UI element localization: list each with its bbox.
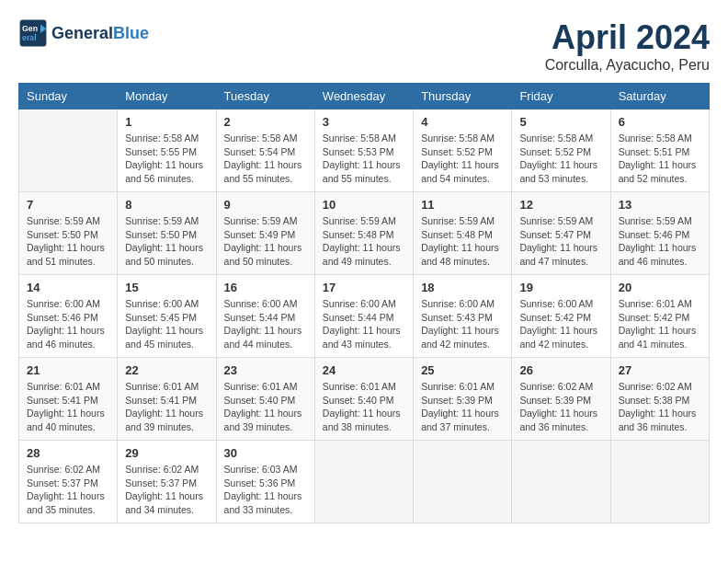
day-cell: 23Sunrise: 6:01 AMSunset: 5:40 PMDayligh… bbox=[216, 358, 314, 441]
day-info: Sunrise: 6:02 AMSunset: 5:37 PMDaylight:… bbox=[27, 463, 109, 517]
day-number: 15 bbox=[125, 281, 208, 294]
day-info: Sunrise: 5:58 AMSunset: 5:55 PMDaylight:… bbox=[125, 132, 208, 186]
day-cell: 6Sunrise: 5:58 AMSunset: 5:51 PMDaylight… bbox=[610, 109, 709, 192]
day-number: 6 bbox=[619, 115, 701, 129]
day-number: 16 bbox=[224, 281, 307, 294]
week-row-2: 7Sunrise: 5:59 AMSunset: 5:50 PMDaylight… bbox=[19, 192, 710, 275]
day-cell: 5Sunrise: 5:58 AMSunset: 5:52 PMDaylight… bbox=[512, 109, 610, 192]
day-cell: 25Sunrise: 6:01 AMSunset: 5:39 PMDayligh… bbox=[414, 358, 512, 441]
location: Corculla, Ayacucho, Peru bbox=[545, 57, 710, 74]
day-info: Sunrise: 5:58 AMSunset: 5:53 PMDaylight:… bbox=[323, 132, 405, 186]
day-cell: 17Sunrise: 6:00 AMSunset: 5:44 PMDayligh… bbox=[314, 275, 413, 358]
day-cell: 10Sunrise: 5:59 AMSunset: 5:48 PMDayligh… bbox=[314, 192, 413, 275]
svg-text:eral: eral bbox=[22, 33, 37, 42]
title-block: April 2024 Corculla, Ayacucho, Peru bbox=[545, 18, 710, 74]
day-cell bbox=[414, 441, 512, 523]
day-cell: 18Sunrise: 6:00 AMSunset: 5:43 PMDayligh… bbox=[414, 275, 512, 358]
day-info: Sunrise: 5:58 AMSunset: 5:51 PMDaylight:… bbox=[619, 132, 701, 186]
day-number: 2 bbox=[224, 115, 307, 129]
day-info: Sunrise: 6:01 AMSunset: 5:41 PMDaylight:… bbox=[27, 380, 109, 434]
day-cell: 28Sunrise: 6:02 AMSunset: 5:37 PMDayligh… bbox=[19, 441, 118, 523]
day-info: Sunrise: 6:00 AMSunset: 5:45 PMDaylight:… bbox=[125, 297, 208, 351]
day-number: 8 bbox=[125, 198, 208, 212]
day-info: Sunrise: 6:03 AMSunset: 5:36 PMDaylight:… bbox=[224, 463, 307, 517]
logo-name: GeneralBlue bbox=[51, 24, 149, 43]
day-cell bbox=[314, 441, 413, 523]
col-header-tuesday: Tuesday bbox=[216, 84, 314, 109]
day-number: 11 bbox=[421, 198, 504, 212]
day-cell: 1Sunrise: 5:58 AMSunset: 5:55 PMDaylight… bbox=[118, 109, 216, 192]
day-cell: 14Sunrise: 6:00 AMSunset: 5:46 PMDayligh… bbox=[19, 275, 118, 358]
col-header-sunday: Sunday bbox=[19, 84, 118, 109]
day-info: Sunrise: 6:01 AMSunset: 5:42 PMDaylight:… bbox=[619, 297, 701, 351]
day-cell: 3Sunrise: 5:58 AMSunset: 5:53 PMDaylight… bbox=[314, 109, 413, 192]
day-number: 19 bbox=[519, 281, 602, 294]
day-number: 5 bbox=[519, 115, 602, 129]
day-number: 23 bbox=[224, 363, 307, 377]
day-number: 12 bbox=[519, 198, 602, 212]
day-info: Sunrise: 5:58 AMSunset: 5:52 PMDaylight:… bbox=[519, 132, 602, 186]
calendar-table: SundayMondayTuesdayWednesdayThursdayFrid… bbox=[18, 83, 710, 523]
day-cell: 15Sunrise: 6:00 AMSunset: 5:45 PMDayligh… bbox=[118, 275, 216, 358]
day-number: 3 bbox=[323, 115, 405, 129]
page-header: Gen eral GeneralBlue April 2024 Corculla… bbox=[18, 18, 710, 74]
day-number: 14 bbox=[27, 281, 109, 294]
day-number: 26 bbox=[519, 363, 602, 377]
day-cell bbox=[610, 441, 709, 523]
day-cell: 30Sunrise: 6:03 AMSunset: 5:36 PMDayligh… bbox=[216, 441, 314, 523]
day-number: 17 bbox=[323, 281, 405, 294]
day-number: 20 bbox=[619, 281, 701, 294]
col-header-friday: Friday bbox=[512, 84, 610, 109]
day-cell: 26Sunrise: 6:02 AMSunset: 5:39 PMDayligh… bbox=[512, 358, 610, 441]
day-info: Sunrise: 5:59 AMSunset: 5:50 PMDaylight:… bbox=[27, 214, 109, 269]
day-number: 4 bbox=[421, 115, 504, 129]
month-title: April 2024 bbox=[545, 18, 710, 57]
day-number: 10 bbox=[323, 198, 405, 212]
day-number: 28 bbox=[27, 446, 109, 460]
day-cell: 27Sunrise: 6:02 AMSunset: 5:38 PMDayligh… bbox=[610, 358, 709, 441]
day-info: Sunrise: 6:02 AMSunset: 5:37 PMDaylight:… bbox=[125, 463, 208, 517]
logo: Gen eral GeneralBlue bbox=[18, 18, 149, 48]
day-info: Sunrise: 6:00 AMSunset: 5:44 PMDaylight:… bbox=[224, 297, 307, 351]
day-info: Sunrise: 6:01 AMSunset: 5:40 PMDaylight:… bbox=[323, 380, 405, 434]
day-cell: 9Sunrise: 5:59 AMSunset: 5:49 PMDaylight… bbox=[216, 192, 314, 275]
day-info: Sunrise: 6:00 AMSunset: 5:42 PMDaylight:… bbox=[519, 297, 602, 351]
day-number: 25 bbox=[421, 363, 504, 377]
day-number: 27 bbox=[619, 363, 701, 377]
day-cell: 19Sunrise: 6:00 AMSunset: 5:42 PMDayligh… bbox=[512, 275, 610, 358]
day-info: Sunrise: 5:59 AMSunset: 5:46 PMDaylight:… bbox=[619, 214, 701, 269]
day-number: 13 bbox=[619, 198, 701, 212]
day-info: Sunrise: 6:01 AMSunset: 5:41 PMDaylight:… bbox=[125, 380, 208, 434]
day-number: 7 bbox=[27, 198, 109, 212]
day-cell: 16Sunrise: 6:00 AMSunset: 5:44 PMDayligh… bbox=[216, 275, 314, 358]
day-info: Sunrise: 5:58 AMSunset: 5:54 PMDaylight:… bbox=[224, 132, 307, 186]
day-cell: 29Sunrise: 6:02 AMSunset: 5:37 PMDayligh… bbox=[118, 441, 216, 523]
col-header-monday: Monday bbox=[118, 84, 216, 109]
day-info: Sunrise: 6:00 AMSunset: 5:46 PMDaylight:… bbox=[27, 297, 109, 351]
day-number: 24 bbox=[323, 363, 405, 377]
day-cell: 20Sunrise: 6:01 AMSunset: 5:42 PMDayligh… bbox=[610, 275, 709, 358]
day-info: Sunrise: 5:58 AMSunset: 5:52 PMDaylight:… bbox=[421, 132, 504, 186]
col-header-thursday: Thursday bbox=[414, 84, 512, 109]
day-number: 9 bbox=[224, 198, 307, 212]
week-row-3: 14Sunrise: 6:00 AMSunset: 5:46 PMDayligh… bbox=[19, 275, 710, 358]
header-row: SundayMondayTuesdayWednesdayThursdayFrid… bbox=[19, 84, 710, 109]
logo-icon: Gen eral bbox=[18, 18, 48, 48]
week-row-1: 1Sunrise: 5:58 AMSunset: 5:55 PMDaylight… bbox=[19, 109, 710, 192]
col-header-wednesday: Wednesday bbox=[314, 84, 413, 109]
day-cell: 21Sunrise: 6:01 AMSunset: 5:41 PMDayligh… bbox=[19, 358, 118, 441]
day-number: 22 bbox=[125, 363, 208, 377]
day-info: Sunrise: 5:59 AMSunset: 5:48 PMDaylight:… bbox=[323, 214, 405, 269]
day-number: 1 bbox=[125, 115, 208, 129]
day-cell: 12Sunrise: 5:59 AMSunset: 5:47 PMDayligh… bbox=[512, 192, 610, 275]
day-info: Sunrise: 6:01 AMSunset: 5:40 PMDaylight:… bbox=[224, 380, 307, 434]
day-cell bbox=[19, 109, 118, 192]
day-info: Sunrise: 5:59 AMSunset: 5:47 PMDaylight:… bbox=[519, 214, 602, 269]
week-row-4: 21Sunrise: 6:01 AMSunset: 5:41 PMDayligh… bbox=[19, 358, 710, 441]
day-info: Sunrise: 6:00 AMSunset: 5:43 PMDaylight:… bbox=[421, 297, 504, 351]
day-number: 18 bbox=[421, 281, 504, 294]
day-info: Sunrise: 5:59 AMSunset: 5:50 PMDaylight:… bbox=[125, 214, 208, 269]
day-cell: 22Sunrise: 6:01 AMSunset: 5:41 PMDayligh… bbox=[118, 358, 216, 441]
day-info: Sunrise: 5:59 AMSunset: 5:48 PMDaylight:… bbox=[421, 214, 504, 269]
day-cell: 7Sunrise: 5:59 AMSunset: 5:50 PMDaylight… bbox=[19, 192, 118, 275]
